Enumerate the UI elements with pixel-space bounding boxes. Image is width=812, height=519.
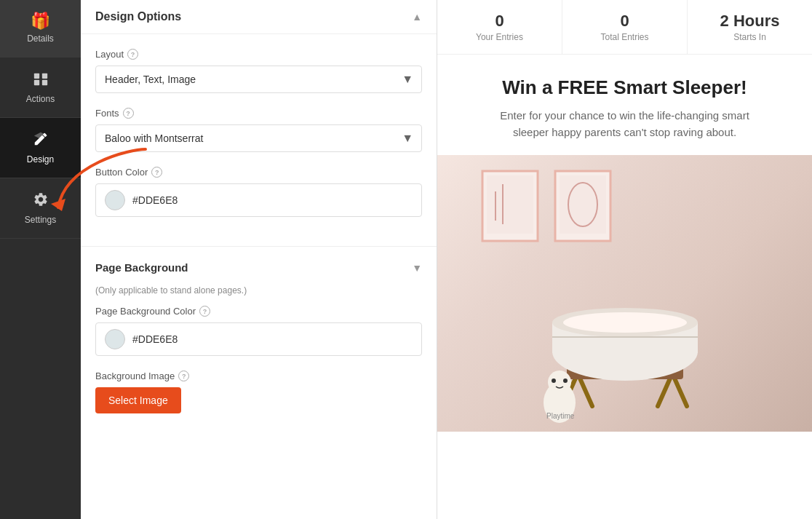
layout-select-wrapper: Header, Text, Image Header, Image, Text … — [95, 66, 422, 93]
actions-icon — [33, 71, 49, 90]
sidebar-label-details: Details — [27, 33, 54, 44]
page-bg-color-swatch[interactable] — [105, 329, 125, 349]
button-color-value: #DDE6E8 — [132, 194, 178, 206]
design-icon — [33, 131, 49, 150]
page-bg-color-value: #DDE6E8 — [132, 333, 178, 345]
svg-rect-3 — [41, 80, 47, 85]
left-panel: Design Options ▲ Layout ? Header, Text, … — [81, 0, 437, 519]
svg-point-24 — [563, 379, 568, 383]
bg-image-field: Background Image ? Select Image — [95, 371, 422, 413]
right-panel: 0 Your Entries 0 Total Entries 2 Hours S… — [437, 0, 812, 519]
sidebar-item-design[interactable]: Design — [0, 118, 81, 178]
page-bg-note: (Only applicable to stand alone pages.) — [95, 285, 422, 296]
button-color-input[interactable]: #DDE6E8 — [95, 183, 422, 217]
button-color-help-icon[interactable]: ? — [151, 167, 162, 178]
plush-toy: Playtime — [538, 366, 581, 424]
stat-your-entries-label: Your Entries — [476, 32, 523, 42]
svg-rect-9 — [560, 175, 606, 234]
page-bg-color-field: Page Background Color ? #DDE6E8 — [95, 306, 422, 356]
stat-total-entries-value: 0 — [620, 12, 629, 31]
svg-rect-5 — [487, 175, 533, 234]
page-bg-color-input[interactable]: #DDE6E8 — [95, 322, 422, 356]
page-bg-color-label: Page Background Color ? — [95, 306, 422, 317]
panel-collapse-icon[interactable]: ▲ — [412, 11, 422, 23]
stats-bar: 0 Your Entries 0 Total Entries 2 Hours S… — [437, 0, 812, 55]
fonts-label: Fonts ? — [95, 108, 422, 119]
fonts-select[interactable]: Baloo with Montserrat Roboto with Open S… — [95, 124, 422, 152]
layout-section: Layout ? Header, Text, Image Header, Ima… — [81, 34, 437, 246]
page-bg-title: Page Background — [95, 261, 188, 274]
panel-header: Design Options ▲ — [81, 0, 437, 34]
stat-starts-in-value: 2 Hours — [720, 12, 780, 31]
preview-image: Playtime — [437, 155, 812, 432]
svg-point-22 — [548, 371, 571, 394]
svg-point-19 — [563, 312, 687, 333]
page-bg-color-help-icon[interactable]: ? — [199, 306, 210, 317]
settings-icon — [33, 191, 49, 210]
sidebar: 🎁 Details Actions Design Settings — [0, 0, 81, 519]
wall-art-right — [554, 170, 612, 242]
layout-help-icon[interactable]: ? — [127, 49, 138, 60]
sidebar-item-settings[interactable]: Settings — [0, 178, 81, 239]
button-color-label: Button Color ? — [95, 167, 422, 178]
svg-point-23 — [552, 379, 556, 383]
button-color-field: Button Color ? #DDE6E8 — [95, 167, 422, 217]
preview-content: Win a FREE Smart Sleeper! Enter for your… — [437, 55, 812, 519]
page-background-section: Page Background ▼ (Only applicable to st… — [81, 247, 437, 443]
fonts-help-icon[interactable]: ? — [123, 108, 134, 119]
page-bg-header[interactable]: Page Background ▼ — [95, 261, 422, 274]
stat-your-entries: 0 Your Entries — [437, 0, 562, 54]
stat-starts-in-label: Starts In — [733, 32, 766, 42]
panel-title: Design Options — [95, 10, 181, 23]
wall-art-left — [481, 170, 539, 242]
stat-starts-in: 2 Hours Starts In — [688, 0, 812, 54]
svg-rect-1 — [41, 74, 47, 79]
select-image-button[interactable]: Select Image — [95, 387, 181, 413]
layout-select[interactable]: Header, Text, Image Header, Image, Text … — [95, 66, 422, 93]
bg-image-help-icon[interactable]: ? — [178, 371, 189, 381]
stat-total-entries-label: Total Entries — [600, 32, 648, 42]
fonts-field: Fonts ? Baloo with Montserrat Roboto wit… — [95, 108, 422, 152]
stat-your-entries-value: 0 — [495, 12, 503, 31]
button-color-swatch[interactable] — [105, 190, 125, 210]
preview-description: Enter for your chance to win the life-ch… — [487, 108, 763, 140]
bg-image-label: Background Image ? — [95, 371, 422, 381]
svg-rect-2 — [33, 80, 39, 85]
sidebar-label-settings: Settings — [25, 215, 56, 225]
sidebar-item-actions[interactable]: Actions — [0, 58, 81, 118]
preview-top: Win a FREE Smart Sleeper! Enter for your… — [437, 55, 812, 155]
gift-icon: 🎁 — [31, 13, 50, 29]
svg-text:Playtime: Playtime — [546, 412, 575, 420]
svg-rect-0 — [33, 74, 39, 79]
layout-label: Layout ? — [95, 49, 422, 60]
preview-title: Win a FREE Smart Sleeper! — [466, 76, 783, 99]
sidebar-label-actions: Actions — [26, 94, 55, 104]
layout-field: Layout ? Header, Text, Image Header, Ima… — [95, 49, 422, 93]
page-bg-chevron-icon[interactable]: ▼ — [412, 262, 422, 274]
sidebar-item-details[interactable]: 🎁 Details — [0, 0, 81, 58]
stat-total-entries: 0 Total Entries — [562, 0, 688, 54]
sidebar-label-design: Design — [27, 154, 54, 165]
fonts-select-wrapper: Baloo with Montserrat Roboto with Open S… — [95, 124, 422, 152]
